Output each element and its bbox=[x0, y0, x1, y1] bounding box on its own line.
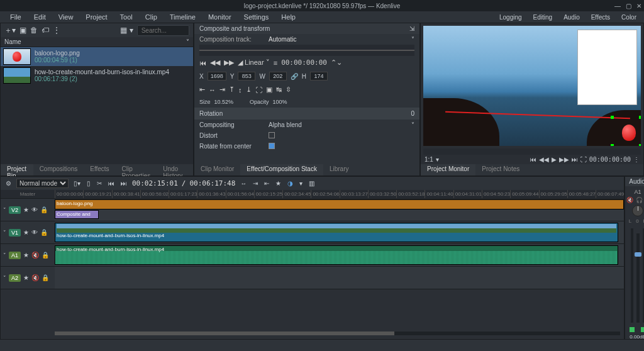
tab-project-bin[interactable]: Project Bin bbox=[1, 164, 33, 176]
workspace-audio[interactable]: Audio bbox=[558, 14, 585, 21]
orig-size-icon[interactable]: ▣ bbox=[266, 86, 272, 94]
search-input[interactable] bbox=[137, 25, 189, 36]
workspace-effects[interactable]: Effects bbox=[586, 14, 615, 21]
menu-settings[interactable]: Settings bbox=[238, 13, 275, 21]
menu-view[interactable]: View bbox=[52, 13, 80, 21]
selection-tool-icon[interactable]: ▯ bbox=[86, 180, 92, 187]
mute-icon[interactable]: 🔇 bbox=[626, 197, 633, 203]
track-label-a1[interactable]: A1 bbox=[9, 252, 21, 259]
favorite-icon[interactable]: ★ bbox=[274, 180, 282, 187]
play-icon[interactable]: ▶ bbox=[552, 156, 557, 163]
settings-icon[interactable]: ⚙ bbox=[4, 180, 13, 187]
fit-width-icon[interactable]: ↹ bbox=[276, 86, 282, 94]
zoom-level[interactable]: 1:1 bbox=[425, 156, 433, 163]
bin-item-video[interactable]: how-to-create-mount-and-burn-isos-in-lin… bbox=[1, 66, 193, 85]
workspace-logging[interactable]: Logging bbox=[494, 14, 527, 21]
monitor-preview[interactable] bbox=[423, 26, 641, 146]
compositing-value[interactable]: Alpha blend bbox=[269, 121, 302, 128]
rotate-center-checkbox[interactable] bbox=[269, 143, 275, 149]
tab-project-notes[interactable]: Project Notes bbox=[475, 164, 526, 176]
menu-icon[interactable]: ≡ bbox=[274, 59, 277, 67]
menu-monitor[interactable]: Monitor bbox=[202, 13, 238, 21]
expand-icon[interactable]: ˅ bbox=[3, 207, 6, 213]
fav-icon[interactable]: ★ bbox=[23, 252, 29, 259]
menu-project[interactable]: Project bbox=[79, 13, 113, 21]
master-label[interactable]: Master bbox=[1, 190, 55, 198]
mute-icon[interactable]: 👁 bbox=[31, 206, 38, 213]
timeline-ruler[interactable]: 00:00:00:0000:00:19:2100:00:38:4100:00:5… bbox=[55, 190, 624, 198]
link-icon[interactable]: 🔗 bbox=[291, 73, 298, 80]
track-label-a2[interactable]: A2 bbox=[9, 274, 21, 282]
tab-clip-properties[interactable]: Clip Properties bbox=[116, 164, 157, 176]
subtitle-icon[interactable]: ▥ bbox=[308, 180, 316, 187]
preview-render-icon[interactable]: ◑ bbox=[286, 180, 294, 187]
goto-start-icon[interactable]: ⏮ bbox=[530, 156, 536, 163]
clip-video[interactable]: how-to-create-mount-and-burn-isos-in-lin… bbox=[55, 223, 618, 242]
stepper-icon[interactable]: ⌃⌄ bbox=[331, 58, 342, 67]
expand-icon[interactable]: ˅ bbox=[3, 230, 6, 236]
add-clip-icon[interactable]: ＋▾ bbox=[4, 25, 16, 36]
transform-handles[interactable] bbox=[611, 116, 641, 146]
prev-key-icon[interactable]: ◀◀ bbox=[210, 58, 220, 67]
tab-undo-history[interactable]: Undo History bbox=[157, 164, 193, 176]
composition-track-value[interactable]: Automatic bbox=[269, 36, 296, 43]
options-icon[interactable]: ⋮ bbox=[53, 26, 60, 35]
workspace-color[interactable]: Color bbox=[616, 14, 641, 21]
chevron-down-icon[interactable]: ˅ bbox=[186, 38, 189, 45]
opacity-value[interactable]: 100% bbox=[273, 99, 287, 105]
align-vcenter-icon[interactable]: ↕ bbox=[238, 86, 242, 94]
timeline-scrollbar[interactable] bbox=[55, 332, 620, 335]
interpolation-select[interactable]: ◢ Linear ˅ bbox=[238, 58, 270, 67]
mute-icon[interactable]: 👁 bbox=[31, 229, 38, 236]
forward-icon[interactable]: ▶▶ bbox=[559, 156, 569, 163]
close-icon[interactable]: ✕ bbox=[636, 3, 641, 9]
delete-icon[interactable]: 🗑 bbox=[30, 26, 38, 35]
marker-in-icon[interactable]: ⇥ bbox=[252, 180, 259, 187]
menu-help[interactable]: Help bbox=[275, 13, 302, 21]
align-hcenter-icon[interactable]: ↔ bbox=[209, 86, 216, 94]
volume-fader[interactable] bbox=[636, 233, 640, 323]
tab-project-monitor[interactable]: Project Monitor bbox=[421, 164, 475, 176]
lock-icon[interactable]: 🔒 bbox=[42, 252, 49, 259]
next-key-icon[interactable]: ▶▶ bbox=[224, 58, 234, 67]
distort-checkbox[interactable] bbox=[269, 132, 275, 138]
lock-icon[interactable]: 🔒 bbox=[40, 229, 48, 236]
folder-icon[interactable]: ▣ bbox=[19, 26, 26, 35]
fav-icon[interactable]: ★ bbox=[23, 274, 29, 281]
tab-effects[interactable]: Effects bbox=[84, 164, 115, 176]
edit-mode-select[interactable]: Normal mode bbox=[16, 179, 69, 188]
db-readout[interactable]: 0.00dB bbox=[630, 334, 644, 340]
menu-clip[interactable]: Clip bbox=[139, 13, 164, 21]
goto-end-icon[interactable]: ⏭ bbox=[572, 156, 578, 163]
expand-icon[interactable]: ˅ bbox=[3, 252, 6, 259]
tab-library[interactable]: Library bbox=[323, 164, 355, 176]
solo-icon[interactable]: 🎧 bbox=[636, 197, 643, 203]
size-value[interactable]: 10.52% bbox=[214, 99, 234, 105]
clip-composition[interactable]: Composite and transform bbox=[55, 210, 99, 219]
expand-icon[interactable]: ˅ bbox=[3, 275, 6, 281]
lock-icon[interactable]: 🔒 bbox=[40, 206, 48, 213]
menu-file[interactable]: File bbox=[4, 13, 28, 21]
marker-out-icon[interactable]: ⇤ bbox=[263, 180, 270, 187]
mute-icon[interactable]: 🔇 bbox=[31, 274, 39, 281]
clip-audio[interactable]: how-to-create-mount-and-burn-isos-in-lin… bbox=[55, 245, 618, 265]
menu-edit[interactable]: Edit bbox=[28, 13, 52, 21]
align-right-icon[interactable]: ⇥ bbox=[219, 86, 225, 94]
more-icon[interactable]: ⋮ bbox=[633, 156, 640, 163]
rotation-value[interactable]: 0 bbox=[411, 110, 414, 117]
maximize-icon[interactable]: ▢ bbox=[626, 3, 631, 9]
fav-icon[interactable]: ★ bbox=[23, 229, 29, 236]
mute-icon[interactable]: 🔇 bbox=[31, 252, 39, 259]
next-icon[interactable]: ⏭ bbox=[119, 180, 128, 187]
chevron-down-icon[interactable]: ˅ bbox=[411, 36, 414, 43]
chevron-down-icon[interactable]: ▾ bbox=[298, 180, 304, 187]
align-bottom-icon[interactable]: ⤓ bbox=[246, 86, 252, 94]
y-input[interactable]: 853 bbox=[238, 72, 255, 81]
track-tool-icon[interactable]: ▯▾ bbox=[72, 180, 82, 187]
goto-start-icon[interactable]: ⏮ bbox=[199, 59, 206, 67]
tab-compositions[interactable]: Compositions bbox=[33, 164, 84, 176]
expand-icon[interactable]: ⇲ bbox=[409, 25, 414, 32]
fullscreen-icon[interactable]: ⛶ bbox=[580, 156, 587, 163]
align-left-icon[interactable]: ⇤ bbox=[199, 86, 205, 94]
bin-item-balloon[interactable]: baloon-logo.png 00:00:04:59 (1) bbox=[1, 47, 193, 66]
